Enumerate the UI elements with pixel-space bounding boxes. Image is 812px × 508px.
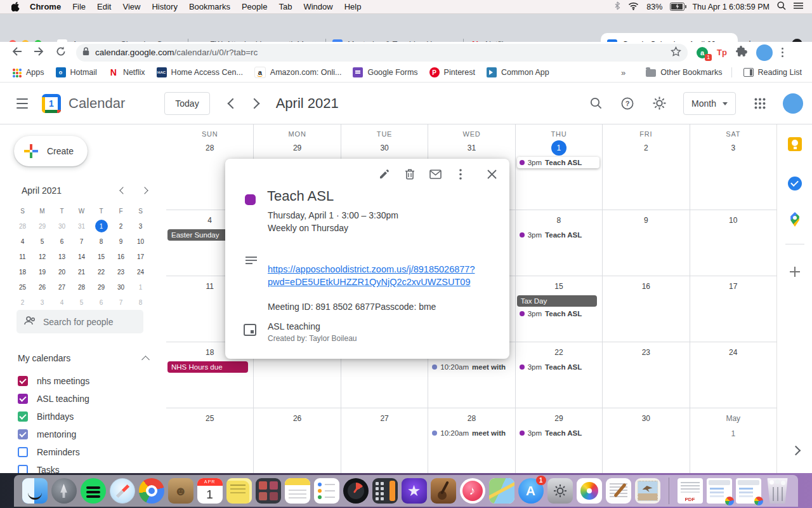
mini-calendar-date[interactable]: 15 (91, 249, 111, 264)
create-event-button[interactable]: Create (14, 136, 88, 166)
bluetooth-icon[interactable] (614, 1, 620, 12)
event-chip[interactable]: Tax Day (517, 295, 597, 307)
mini-calendar-date[interactable]: 16 (111, 249, 131, 264)
menu-edit[interactable]: Edit (91, 2, 117, 11)
mini-calendar-date[interactable]: 23 (111, 264, 131, 279)
help-icon[interactable]: ? (615, 91, 640, 116)
mini-calendar-date[interactable]: 3 (32, 295, 52, 310)
date-number[interactable]: 3 (726, 140, 741, 156)
event-chip[interactable]: NHS Hours due (167, 361, 248, 373)
bookmark-amazon[interactable]: aAmazon.com: Onli... (254, 67, 342, 78)
day-cell[interactable]: May 1 (690, 408, 776, 473)
day-cell[interactable]: 24 (690, 342, 776, 408)
day-cell[interactable]: 83pmTeach ASL (515, 210, 602, 276)
edit-event-pencil-icon[interactable] (378, 168, 391, 180)
day-cell[interactable]: 10 (690, 210, 776, 276)
event-item[interactable]: 3pmTeach ASL (517, 229, 599, 241)
mini-calendar-next-icon[interactable] (141, 187, 148, 194)
calendar-checkbox[interactable] (18, 376, 28, 386)
photos-dock-icon[interactable] (577, 478, 602, 504)
date-number[interactable]: 28 (464, 411, 479, 426)
spotlight-search-icon[interactable] (777, 1, 786, 12)
menu-help[interactable]: Help (339, 2, 367, 11)
bookmark-forms[interactable]: Google Forms (353, 67, 417, 77)
calendar-checkbox[interactable] (18, 447, 28, 457)
day-cell[interactable]: 26 (253, 408, 340, 473)
day-cell[interactable]: 15Tax Day3pmTeach ASL (515, 276, 602, 342)
calendar-checkbox[interactable] (18, 411, 28, 422)
trash-dock-icon[interactable] (765, 478, 790, 504)
mini-calendar-date[interactable]: 13 (52, 249, 72, 264)
chrome-window-dock-icon[interactable] (707, 478, 732, 504)
mini-calendar-date[interactable]: 6 (52, 234, 72, 249)
chrome-window-2-dock-icon[interactable] (736, 478, 761, 504)
main-menu-hamburger-icon[interactable] (16, 98, 28, 109)
date-number[interactable]: May 1 (726, 411, 741, 426)
date-number[interactable]: 30 (377, 140, 392, 156)
google-maps-icon[interactable] (789, 212, 801, 227)
delete-event-trash-icon[interactable] (403, 168, 416, 180)
bookmarks-overflow-chevron[interactable]: » (621, 68, 625, 77)
zoom-meeting-link[interactable]: https://apposchooldistrict.zoom.us/j/891… (268, 263, 490, 288)
calendar-list-item[interactable]: Birthdays (18, 408, 151, 425)
textedit-dock-icon[interactable] (606, 478, 631, 504)
day-cell[interactable]: 2810:20ammeet with (428, 408, 514, 473)
settings-gear-icon[interactable] (646, 91, 672, 116)
calendar-list-item[interactable]: ASL teaching (18, 390, 151, 408)
date-number[interactable]: 4 (202, 213, 218, 228)
day-cell[interactable]: 16 (602, 276, 689, 342)
reload-button[interactable] (56, 46, 66, 59)
account-avatar[interactable] (783, 93, 803, 114)
date-number[interactable]: 26 (290, 411, 305, 426)
menu-bookmarks[interactable]: Bookmarks (183, 2, 236, 11)
date-number[interactable]: 23 (638, 345, 653, 360)
wifi-icon[interactable] (628, 2, 639, 12)
menu-view[interactable]: View (117, 2, 146, 11)
day-cell[interactable]: SAT3 (690, 124, 776, 210)
date-number[interactable]: 9 (638, 213, 653, 228)
event-item[interactable]: 3pmTeach ASL (517, 157, 599, 168)
mini-calendar-prev-icon[interactable] (119, 187, 126, 194)
reminders-dock-icon[interactable] (314, 478, 339, 504)
mini-calendar-date[interactable]: 2 (111, 218, 131, 234)
imovie-dock-icon[interactable]: ★ (402, 478, 427, 504)
google-apps-grid-icon[interactable] (747, 91, 773, 116)
day-cell[interactable]: 9 (602, 210, 689, 276)
more-options-kebab-icon[interactable] (454, 168, 467, 180)
search-for-people-box[interactable]: Search for people (16, 310, 143, 333)
view-selector-dropdown[interactable]: Month (683, 92, 736, 115)
date-number[interactable]: 30 (638, 411, 653, 426)
mini-calendar-date[interactable]: 28 (72, 279, 91, 295)
next-month-button[interactable] (249, 98, 259, 109)
mini-calendar-date[interactable]: 7 (72, 234, 91, 249)
mini-calendar-date[interactable]: 3 (131, 218, 150, 234)
tp-extension-icon[interactable]: Tp (717, 48, 727, 57)
mini-calendar-date[interactable]: 5 (72, 295, 91, 310)
date-number[interactable]: 28 (202, 140, 218, 156)
date-number[interactable]: 1 (551, 140, 566, 156)
mini-calendar-date[interactable]: 6 (91, 295, 111, 310)
menu-chrome[interactable]: Chrome (29, 2, 67, 11)
calculator-dock-icon[interactable] (372, 478, 398, 504)
date-number[interactable]: 2 (638, 140, 653, 156)
bookmark-star-icon[interactable] (671, 46, 681, 59)
mini-calendar-date[interactable]: 30 (111, 279, 131, 295)
previous-month-button[interactable] (227, 98, 238, 109)
bookmark-commonapp[interactable]: Common App (487, 67, 549, 77)
calendar-list-item[interactable]: mentoring (18, 425, 151, 443)
date-number[interactable]: 18 (202, 345, 218, 360)
date-number[interactable]: 11 (202, 279, 218, 294)
calendar-list-item[interactable]: nhs meetings (18, 372, 151, 390)
apple-menu-icon[interactable] (11, 2, 20, 11)
mini-calendar-date[interactable]: 11 (13, 249, 32, 264)
event-item[interactable]: 3pmTeach ASL (517, 308, 599, 319)
day-cell[interactable]: 23 (602, 342, 689, 408)
other-bookmarks-folder[interactable]: Other Bookmarks (646, 68, 722, 77)
bookmark-apps[interactable]: Apps (11, 67, 44, 77)
date-number[interactable]: 29 (551, 411, 566, 426)
date-number[interactable]: 22 (551, 345, 566, 360)
launchpad-dock-icon[interactable] (51, 478, 77, 504)
mini-calendar-date[interactable]: 7 (111, 295, 131, 310)
menu-history[interactable]: History (146, 2, 183, 11)
day-cell[interactable]: 223pmTeach ASL (515, 342, 602, 408)
